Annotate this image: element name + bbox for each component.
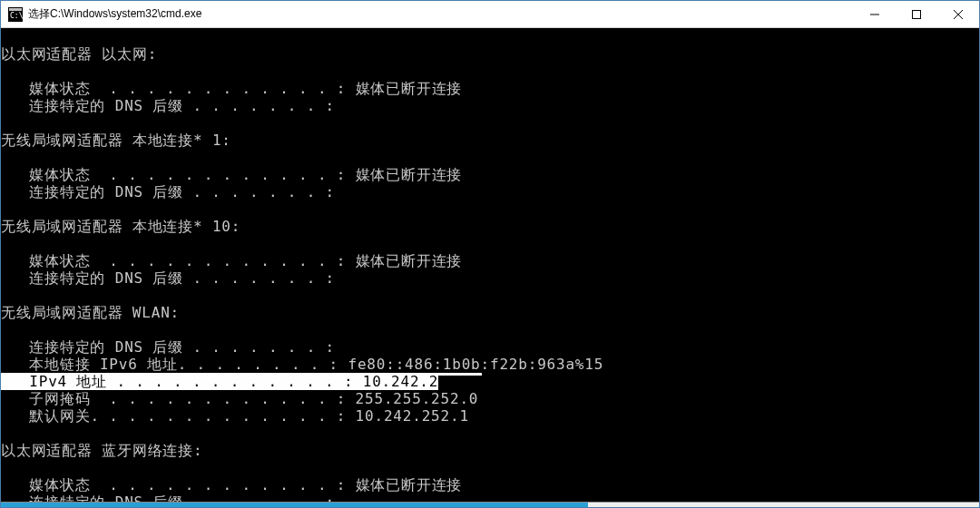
taskbar-sliver	[1, 502, 979, 507]
terminal-output[interactable]: 以太网适配器 以太网: 媒体状态 . . . . . . . . . . . .…	[1, 28, 979, 502]
minimize-button[interactable]	[854, 1, 896, 27]
blank-line	[1, 200, 979, 218]
svg-rect-4	[913, 10, 921, 18]
ipv4-address-line: IPv4 地址 . . . . . . . . . . . . : 10.242…	[1, 373, 979, 390]
adapter-header: 无线局域网适配器 本地连接* 1:	[1, 132, 979, 149]
svg-rect-1	[9, 8, 22, 11]
adapter-property-line: 子网掩码 . . . . . . . . . . . . : 255.255.2…	[1, 390, 979, 407]
adapter-property-line: 连接特定的 DNS 后缀 . . . . . . . :	[1, 338, 979, 356]
adapter-header: 无线局域网适配器 WLAN:	[1, 304, 979, 321]
blank-line	[1, 235, 979, 252]
blank-line	[1, 459, 979, 476]
blank-line	[1, 114, 979, 132]
adapter-property-line: 默认网关. . . . . . . . . . . . . : 10.242.2…	[1, 407, 979, 425]
adapter-header: 以太网适配器 以太网:	[1, 45, 979, 63]
blank-line	[1, 287, 979, 304]
command-prompt-window: C:\ 选择C:\Windows\system32\cmd.exe 以太网适配器…	[0, 0, 980, 508]
adapter-property-line: 媒体状态 . . . . . . . . . . . . : 媒体已断开连接	[1, 166, 979, 183]
maximize-button[interactable]	[896, 1, 937, 27]
adapter-property-line: 连接特定的 DNS 后缀 . . . . . . . :	[1, 183, 979, 200]
adapter-property-line: 本地链接 IPv6 地址. . . . . . . . : fe80::486:…	[1, 356, 979, 373]
cmd-icon: C:\	[8, 7, 23, 22]
adapter-property-line: 媒体状态 . . . . . . . . . . . . : 媒体已断开连接	[1, 476, 979, 493]
close-button[interactable]	[937, 1, 979, 27]
blank-line	[1, 63, 979, 80]
svg-text:C:\: C:\	[10, 12, 23, 20]
adapter-property-line: 连接特定的 DNS 后缀 . . . . . . . :	[1, 493, 979, 502]
blank-line	[1, 321, 979, 338]
adapter-header: 无线局域网适配器 本地连接* 10:	[1, 218, 979, 235]
blank-line	[1, 149, 979, 166]
window-controls	[854, 1, 979, 27]
adapter-header: 以太网适配器 蓝牙网络连接:	[1, 442, 979, 459]
adapter-property-line: 连接特定的 DNS 后缀 . . . . . . . :	[1, 269, 979, 287]
adapter-property-line: 媒体状态 . . . . . . . . . . . . : 媒体已断开连接	[1, 80, 979, 97]
adapter-property-line: 媒体状态 . . . . . . . . . . . . : 媒体已断开连接	[1, 252, 979, 269]
adapter-property-line: 连接特定的 DNS 后缀 . . . . . . . :	[1, 97, 979, 114]
blank-line	[1, 425, 979, 442]
titlebar[interactable]: C:\ 选择C:\Windows\system32\cmd.exe	[1, 1, 979, 28]
window-title: 选择C:\Windows\system32\cmd.exe	[28, 6, 854, 22]
blank-line	[1, 28, 979, 45]
